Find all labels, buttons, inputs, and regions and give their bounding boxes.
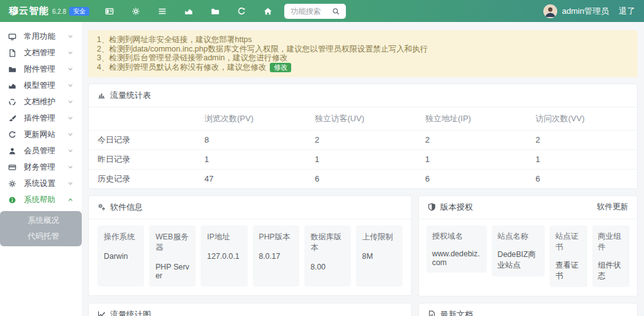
alert-item: 4、检测到管理员默认名称没有修改，建议您修改修改 bbox=[97, 63, 629, 72]
security-alert: 1、检测到网址非安全链接，建议您部署https 2、检测到data/common… bbox=[88, 30, 638, 77]
sidebar-item-system-help[interactable]: 系统帮助 bbox=[0, 192, 82, 208]
info-tile-upload: 上传限制 8M bbox=[356, 226, 402, 286]
info-tile-db: 数据库版本 8.00 bbox=[304, 226, 351, 286]
submenu-item-system-overview[interactable]: 系统概况 bbox=[0, 213, 82, 229]
license-card: 版本授权 软件更新 授权域名 www.dedebiz.com 站点名称 Dede… bbox=[418, 195, 638, 297]
refresh-icon[interactable] bbox=[233, 3, 249, 19]
chevron-down-icon bbox=[67, 33, 74, 40]
component-status-link[interactable]: 组件状态 bbox=[598, 260, 625, 281]
traffic-table-card: 流量统计表 浏览次数(PV) 独立访客(UV) 独立地址(IP) 访问次数(VV… bbox=[88, 84, 638, 189]
table-row: 昨日记录 1 1 1 1 bbox=[89, 150, 637, 169]
brand: 穆云智能 6.2.8 安全 bbox=[9, 5, 89, 17]
menu-icon[interactable] bbox=[154, 3, 170, 19]
card-title: 版本授权 bbox=[440, 202, 473, 213]
card-title: 软件信息 bbox=[110, 202, 143, 213]
license-tile-components: 商业组件 组件状态 bbox=[592, 226, 630, 287]
home-icon[interactable] bbox=[260, 3, 275, 19]
sidebar-item-model-management[interactable]: 模型管理 bbox=[0, 77, 82, 94]
info-tile-php: PHP版本 8.0.17 bbox=[253, 226, 299, 286]
alert-item: 2、检测到data/common.inc.php数据库文件写入权限，建议您以管理… bbox=[97, 45, 629, 54]
version-label: 6.2.8 bbox=[52, 8, 66, 15]
col-pv: 浏览次数(PV) bbox=[196, 107, 306, 131]
sidebar-item-member-management[interactable]: 会员管理 bbox=[0, 143, 82, 159]
chart-area-icon bbox=[8, 82, 16, 90]
table-header-row: 浏览次数(PV) 独立访客(UV) 独立地址(IP) 访问次数(VV) bbox=[89, 107, 637, 131]
info-tile-webserver: WEB服务器 PHP Server bbox=[149, 226, 196, 286]
folder-icon bbox=[8, 65, 16, 74]
folder-icon[interactable] bbox=[207, 3, 223, 19]
chevron-up-icon bbox=[67, 197, 74, 203]
software-update-link[interactable]: 软件更新 bbox=[597, 202, 628, 212]
chevron-down-icon bbox=[67, 180, 74, 187]
info-circle-icon bbox=[8, 196, 16, 204]
avatar[interactable] bbox=[543, 4, 557, 18]
user-area: admin管理员 退了 bbox=[543, 4, 635, 18]
table-row: 今日记录 8 2 2 2 bbox=[89, 130, 637, 150]
traffic-chart-header: 流量统计图 bbox=[89, 303, 411, 316]
view-cert-link[interactable]: 查看证书 bbox=[555, 260, 582, 281]
traffic-table-header: 流量统计表 bbox=[89, 84, 637, 107]
topbar: 穆云智能 6.2.8 安全 admin管理员 退了 bbox=[0, 0, 644, 22]
bar-chart-icon bbox=[97, 91, 106, 99]
latest-docs-card: 最新文档 这是一篇测试文章60000 2023-05-15 这是一篇测试文章59… bbox=[418, 303, 638, 316]
chevron-down-icon bbox=[67, 82, 74, 89]
chevron-down-icon bbox=[67, 148, 74, 154]
license-tile-domain: 授权域名 www.dedebiz.com bbox=[426, 226, 487, 273]
table-row: 历史记录 47 6 6 6 bbox=[89, 169, 637, 188]
sidebar-item-document-management[interactable]: 文档管理 bbox=[0, 45, 82, 61]
card-title: 流量统计图 bbox=[110, 309, 151, 316]
license-tiles: 授权域名 www.dedebiz.com 站点名称 DedeBIZ商业站点 站点… bbox=[419, 219, 637, 296]
chevron-down-icon bbox=[67, 131, 74, 138]
license-tile-cert: 站点证书 查看证书 bbox=[550, 226, 587, 287]
col-uv: 独立访客(UV) bbox=[306, 107, 417, 131]
license-header: 版本授权 软件更新 bbox=[419, 196, 637, 219]
info-tile-os: 操作系统 Darwin bbox=[97, 226, 144, 286]
sidebar-item-attachment-management[interactable]: 附件管理 bbox=[0, 61, 82, 77]
file-chart-icon bbox=[428, 310, 436, 316]
user-icon bbox=[8, 147, 16, 155]
sidebar-item-plugin-management[interactable]: 插件管理 bbox=[0, 110, 82, 126]
circle-icon bbox=[8, 98, 16, 106]
sidebar: 常用功能 文档管理 附件管理 模型管理 文档维护 插件管理 bbox=[0, 22, 82, 316]
sidebar-item-update-site[interactable]: 更新网站 bbox=[0, 126, 82, 143]
software-info-card: 软件信息 操作系统 Darwin WEB服务器 PHP Server IP地址 … bbox=[88, 195, 412, 296]
software-info-tiles: 操作系统 Darwin WEB服务器 PHP Server IP地址 127.0… bbox=[89, 219, 411, 295]
search-input[interactable] bbox=[289, 6, 330, 16]
line-chart-icon bbox=[97, 310, 106, 316]
sidebar-item-finance-management[interactable]: 财务管理 bbox=[0, 159, 82, 175]
gear-icon[interactable] bbox=[128, 3, 143, 19]
cogs-icon bbox=[97, 203, 106, 211]
logout-button[interactable]: 退了 bbox=[619, 6, 635, 17]
desktop-icon bbox=[8, 33, 16, 41]
sidebar-item-common-functions[interactable]: 常用功能 bbox=[0, 28, 82, 45]
traffic-stats-table: 浏览次数(PV) 独立访客(UV) 独立地址(IP) 访问次数(VV) 今日记录… bbox=[89, 107, 637, 188]
search-icon[interactable] bbox=[332, 8, 340, 15]
software-info-header: 软件信息 bbox=[89, 196, 411, 219]
card-title: 流量统计表 bbox=[110, 90, 151, 101]
panel-icon[interactable] bbox=[101, 3, 117, 19]
brand-name: 穆云智能 bbox=[9, 5, 49, 17]
sidebar-item-system-settings[interactable]: 系统设置 bbox=[0, 175, 82, 192]
sidebar-item-document-maintenance[interactable]: 文档维护 bbox=[0, 94, 82, 110]
function-search[interactable] bbox=[284, 4, 346, 19]
system-help-submenu: 系统概况 代码托管 bbox=[0, 211, 82, 246]
fix-button[interactable]: 修改 bbox=[270, 63, 291, 72]
traffic-chart-card: 流量统计图 2520 bbox=[88, 303, 412, 316]
username[interactable]: admin管理员 bbox=[562, 6, 609, 17]
col-ip: 独立地址(IP) bbox=[416, 107, 527, 131]
chevron-down-icon bbox=[67, 115, 74, 121]
alert-item: 3、检测到后台管理登录链接带admin，建议您进行修改 bbox=[97, 53, 629, 63]
safe-badge[interactable]: 安全 bbox=[69, 7, 89, 16]
license-tile-sitename: 站点名称 DedeBIZ商业站点 bbox=[492, 226, 545, 276]
topbar-nav bbox=[101, 3, 275, 19]
chevron-down-icon bbox=[67, 66, 74, 72]
main-content: 1、检测到网址非安全链接，建议您部署https 2、检测到data/common… bbox=[82, 22, 644, 316]
card-title: 最新文档 bbox=[440, 309, 473, 316]
brush-icon bbox=[8, 114, 16, 123]
chevron-down-icon bbox=[67, 164, 74, 170]
shield-icon bbox=[428, 203, 436, 211]
submenu-item-code-hosting[interactable]: 代码托管 bbox=[0, 229, 82, 244]
chevron-down-icon bbox=[67, 50, 74, 56]
chart-area-icon[interactable] bbox=[180, 3, 196, 19]
refresh-icon bbox=[8, 131, 16, 139]
